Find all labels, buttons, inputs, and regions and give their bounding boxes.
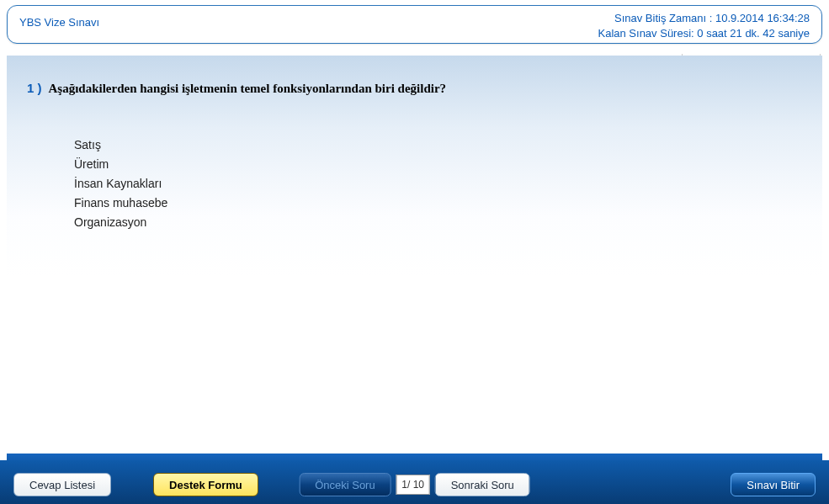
option-item[interactable]: Finans muhasebe: [74, 194, 802, 212]
question-line: 1 ) Aşağıdakilerden hangisi işletmenin t…: [27, 81, 802, 96]
exam-remaining-time: Kalan Sınav Süresi: 0 saat 21 dk. 42 san…: [598, 26, 810, 41]
prev-question-button[interactable]: Önceki Soru: [299, 473, 391, 496]
option-item[interactable]: Organizasyon: [74, 214, 802, 231]
finish-exam-button[interactable]: Sınavı Bitir: [731, 473, 816, 496]
exam-end-time: Sınav Bitiş Zamanı : 10.9.2014 16:34:28: [598, 11, 810, 26]
footer-toolbar: Cevap Listesi Destek Formu Önceki Soru 1…: [0, 460, 829, 504]
exam-timers: Sınav Bitiş Zamanı : 10.9.2014 16:34:28 …: [598, 11, 810, 41]
question-number: 1 ): [27, 81, 42, 95]
option-item[interactable]: İnsan Kaynakları: [74, 175, 802, 193]
support-form-button[interactable]: Destek Formu: [153, 473, 258, 496]
answers-list-button[interactable]: Cevap Listesi: [13, 473, 111, 496]
question-panel: 1 ) Aşağıdakilerden hangisi işletmenin t…: [7, 56, 822, 457]
question-text: Aşağıdakilerden hangisi işletmenin temel…: [49, 82, 447, 96]
exam-header: YBS Vize Sınavı Sınav Bitiş Zamanı : 10.…: [7, 5, 822, 44]
next-question-button[interactable]: Sonraki Soru: [435, 473, 530, 496]
option-item[interactable]: Üretim: [74, 156, 802, 173]
option-item[interactable]: Satış: [74, 136, 802, 154]
question-options: Satış Üretim İnsan Kaynakları Finans muh…: [74, 136, 802, 231]
pager-display: 1/ 10: [396, 475, 430, 495]
exam-title: YBS Vize Sınavı: [19, 11, 99, 29]
